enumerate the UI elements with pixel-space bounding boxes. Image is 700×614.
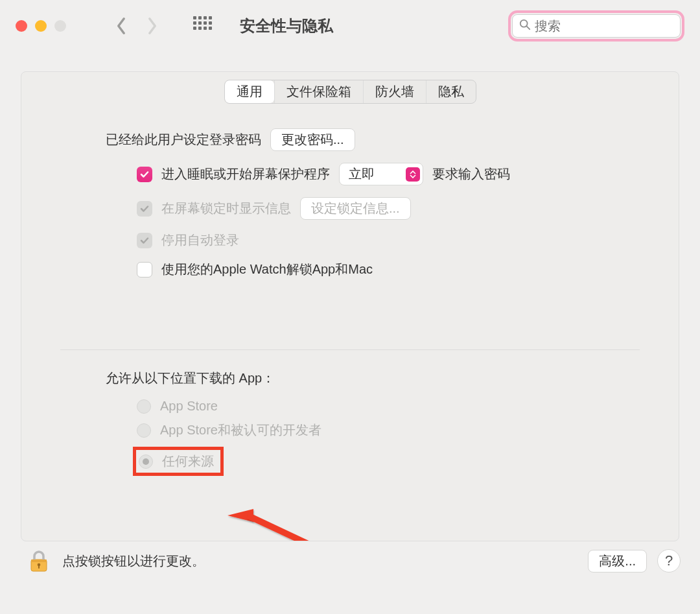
search-highlight <box>508 10 684 41</box>
tab-filevault[interactable]: 文件保险箱 <box>274 80 363 103</box>
close-window-button[interactable] <box>16 20 27 32</box>
window-title: 安全性与隐私 <box>240 16 495 36</box>
apple-watch-label: 使用您的Apple Watch解锁App和Mac <box>161 261 373 278</box>
allow-apps-section: 允许从以下位置下载的 App： App Store App Store和被认可的… <box>21 350 679 476</box>
password-set-label: 已经给此用户设定登录密码 <box>106 131 261 148</box>
allow-apps-heading: 允许从以下位置下载的 App： <box>106 370 679 387</box>
require-password-label: 进入睡眠或开始屏幕保护程序 <box>161 165 330 183</box>
lock-hint-label: 点按锁按钮以进行更改。 <box>62 552 205 570</box>
search-icon <box>519 19 531 34</box>
anywhere-highlight: 任何来源 <box>133 447 224 476</box>
svg-point-0 <box>520 19 528 27</box>
radio-app-store-label: App Store <box>160 399 218 414</box>
maximize-window-button[interactable] <box>54 20 66 32</box>
forward-button[interactable] <box>143 16 162 36</box>
tab-bar: 通用 文件保险箱 防火墙 隐私 <box>224 80 476 104</box>
svg-marker-2 <box>228 509 253 522</box>
search-input[interactable] <box>535 19 699 34</box>
general-section: 已经给此用户设定登录密码 更改密码... 进入睡眠或开始屏幕保护程序 立即 要求… <box>21 128 679 278</box>
require-password-checkbox[interactable] <box>137 167 152 182</box>
require-password-after-label: 要求输入密码 <box>432 165 510 183</box>
apple-watch-checkbox[interactable] <box>137 262 152 277</box>
radio-identified-label: App Store和被认可的开发者 <box>160 421 321 439</box>
chevron-updown-icon <box>406 167 420 182</box>
window-controls <box>16 20 66 32</box>
tab-firewall[interactable]: 防火墙 <box>363 80 426 103</box>
password-delay-value: 立即 <box>349 165 375 183</box>
annotation-arrow <box>228 509 344 541</box>
back-button[interactable] <box>111 16 131 36</box>
svg-rect-5 <box>31 560 47 562</box>
advanced-button[interactable]: 高级... <box>588 550 647 573</box>
show-all-prefs-button[interactable] <box>193 16 213 36</box>
show-message-label: 在屏幕锁定时显示信息 <box>161 200 291 217</box>
svg-marker-3 <box>247 512 338 541</box>
help-button[interactable]: ? <box>657 549 681 573</box>
radio-anywhere[interactable] <box>139 455 153 469</box>
radio-anywhere-label: 任何来源 <box>162 453 214 470</box>
search-box[interactable] <box>512 14 681 38</box>
tab-general[interactable]: 通用 <box>225 80 274 103</box>
radio-app-store[interactable] <box>137 399 151 414</box>
password-delay-select[interactable]: 立即 <box>339 163 423 185</box>
lock-icon[interactable] <box>26 548 52 574</box>
preferences-panel: 通用 文件保险箱 防火墙 隐私 已经给此用户设定登录密码 更改密码... 进入睡… <box>21 71 679 541</box>
tab-privacy[interactable]: 隐私 <box>426 80 476 103</box>
allow-apps-radio-group: App Store App Store和被认可的开发者 任何来源 <box>106 399 679 476</box>
svg-rect-7 <box>38 565 40 569</box>
show-message-checkbox[interactable] <box>137 201 152 217</box>
toolbar: 安全性与隐私 <box>0 0 700 52</box>
minimize-window-button[interactable] <box>35 20 47 32</box>
footer: 点按锁按钮以进行更改。 高级... ? <box>0 541 700 574</box>
radio-identified-developers[interactable] <box>137 423 151 438</box>
set-lock-message-button[interactable]: 设定锁定信息... <box>300 197 411 220</box>
disable-auto-login-label: 停用自动登录 <box>161 231 239 249</box>
disable-auto-login-checkbox[interactable] <box>137 233 152 248</box>
nav-arrows <box>111 16 162 36</box>
change-password-button[interactable]: 更改密码... <box>270 128 355 151</box>
svg-line-1 <box>527 26 530 29</box>
